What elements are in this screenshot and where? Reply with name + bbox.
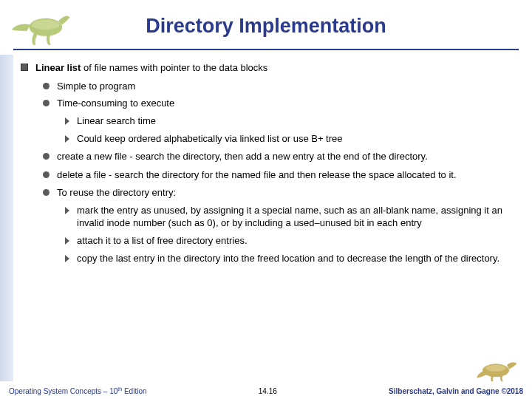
bullet-text: To reuse the directory entry: (57, 187, 522, 200)
arrow-bullet-icon (65, 255, 69, 262)
square-bullet-icon (21, 64, 28, 71)
bullet-text: copy the last entry in the directory int… (77, 253, 522, 265)
bullet-text: Simple to program (57, 81, 522, 93)
circle-bullet-icon (43, 171, 50, 178)
circle-bullet-icon (43, 189, 50, 196)
bullet-simple: Simple to program (43, 81, 522, 93)
svg-point-3 (486, 365, 506, 372)
dinosaur-top-icon (7, 4, 74, 49)
bullet-time-consuming: Time-consuming to execute (43, 98, 522, 110)
bullet-reuse-entry: To reuse the directory entry: (43, 187, 522, 200)
bullet-text: attach it to a list of free directory en… (77, 235, 522, 248)
dinosaur-bottom-icon (476, 355, 520, 383)
circle-bullet-icon (43, 83, 50, 89)
footer-page-number: 14.16 (147, 387, 389, 395)
circle-bullet-icon (43, 100, 50, 106)
bullet-delete-file: delete a file - search the directory for… (43, 169, 522, 182)
bullet-ordered: Could keep ordered alphabetically via li… (65, 133, 522, 146)
footer-left: Operating System Concepts – 10th Edition (9, 386, 147, 395)
bullet-free-list: attach it to a list of free directory en… (65, 235, 522, 248)
slide-header: Directory Implementation (0, 0, 532, 55)
bullet-text: mark the entry as unused, by assigning i… (77, 205, 522, 229)
bullet-mark-unused: mark the entry as unused, by assigning i… (65, 205, 522, 229)
circle-bullet-icon (43, 153, 50, 160)
bullet-linear-search: Linear search time (65, 115, 522, 128)
bullet-text: delete a file - search the directory for… (57, 169, 522, 182)
arrow-bullet-icon (65, 135, 69, 143)
arrow-bullet-icon (65, 117, 69, 125)
bullet-text: Linear search time (77, 115, 522, 128)
bullet-copy-last: copy the last entry in the directory int… (65, 253, 522, 265)
slide-footer: Operating System Concepts – 10th Edition… (0, 381, 532, 399)
bullet-text: create a new file - search the directory… (57, 151, 522, 163)
slide-title: Directory Implementation (0, 0, 532, 38)
bullet-create-file: create a new file - search the directory… (43, 151, 522, 163)
slide-body: Linear list of file names with pointer t… (18, 62, 522, 377)
footer-copyright: Silberschatz, Galvin and Gagne ©2018 (389, 387, 523, 395)
arrow-bullet-icon (65, 207, 69, 214)
title-underline (13, 49, 519, 50)
bullet-text: Time-consuming to execute (57, 98, 522, 110)
bullet-text: Linear list of file names with pointer t… (35, 62, 522, 75)
bullet-text: Could keep ordered alphabetically via li… (77, 133, 522, 146)
left-gradient-bar (0, 55, 13, 381)
bullet-linear-list: Linear list of file names with pointer t… (21, 62, 522, 75)
arrow-bullet-icon (65, 237, 69, 245)
svg-point-1 (32, 20, 60, 30)
